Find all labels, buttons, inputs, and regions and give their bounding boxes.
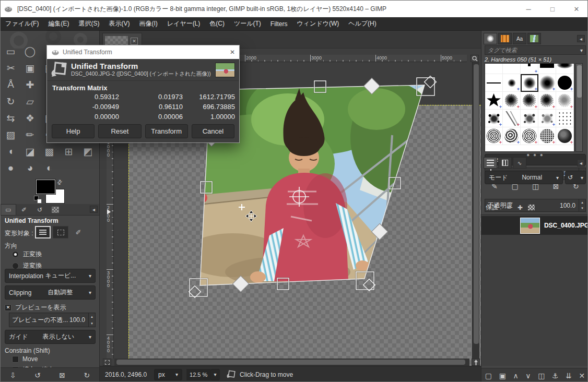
brush-grid-scrollbar[interactable] (575, 63, 583, 152)
preview-opacity-spinner[interactable]: プレビューの不透... 100.0 ▴▾ (9, 313, 96, 327)
swap-colors-icon[interactable]: ⇄ (55, 177, 64, 186)
tab-layers[interactable] (484, 157, 497, 169)
lower-layer-button[interactable]: ∨ (525, 372, 531, 380)
maximize-button[interactable]: □ (540, 1, 565, 17)
menu-filters[interactable]: Filters (266, 17, 292, 31)
brush-swatch[interactable] (485, 92, 503, 110)
tool-mypaint-brush[interactable]: ◪ (20, 143, 40, 160)
brush-swatch[interactable] (556, 127, 574, 145)
spinner-steppers[interactable]: ▴▾ (579, 199, 585, 211)
raise-layer-button[interactable]: ∧ (513, 372, 518, 380)
direction-normal-label[interactable]: 正変換 (23, 250, 42, 259)
target-selection-button[interactable] (53, 226, 68, 238)
tool-flip[interactable]: ⇆ (1, 110, 20, 126)
brush-swatch[interactable] (556, 74, 574, 92)
zoom-field[interactable]: 12.5 % (186, 369, 210, 380)
horizontal-scrollbar-thumb[interactable] (116, 360, 465, 365)
menu-file[interactable]: ファイル(F) (1, 17, 43, 31)
brush-swatch[interactable] (503, 110, 521, 127)
menu-image[interactable]: 画像(I) (134, 17, 162, 31)
delete-tool-preset-button[interactable]: ⊠ (59, 371, 65, 379)
direction-normal-radio[interactable] (12, 251, 19, 258)
merge-down-button[interactable]: ⇊ (566, 372, 572, 380)
layer-row[interactable]: DSC_0400.JPG (481, 216, 588, 235)
new-layer-group-button[interactable]: ▣ (499, 372, 506, 380)
layer-mode-dropdown[interactable]: モード Normal ▾ (485, 171, 563, 184)
brush-swatch[interactable] (556, 110, 574, 127)
menu-windows[interactable]: ウィンドウ(W) (292, 17, 344, 31)
brush-swatch[interactable] (538, 63, 556, 74)
quick-mask-toggle[interactable] (103, 359, 111, 366)
tool-scissors-select[interactable]: ✂ (1, 59, 20, 76)
zoom-fit-button[interactable] (471, 55, 479, 62)
brush-swatch[interactable] (521, 92, 538, 110)
vertical-scrollbar-thumb[interactable] (474, 64, 479, 344)
delete-layer-button[interactable]: ✕ (579, 372, 585, 380)
unit-dropdown[interactable]: px ▾ (154, 369, 182, 380)
constrain-move-checkbox[interactable] (12, 356, 19, 363)
collapse-dock-icon[interactable]: ◂ (577, 35, 585, 42)
save-tool-preset-button[interactable]: ⇩ (10, 371, 16, 379)
restore-tool-preset-button[interactable]: ↺ (34, 371, 41, 379)
step-down-icon[interactable]: ▾ (89, 320, 95, 327)
menu-select[interactable]: 選択(S) (74, 17, 104, 31)
collapse-dock-icon[interactable]: ◂ (577, 159, 585, 166)
tool-measure[interactable]: Å (1, 76, 20, 93)
tool-clone[interactable]: ▩ (40, 143, 59, 160)
tab-channels[interactable] (498, 157, 512, 169)
brush-swatch[interactable] (503, 92, 521, 110)
menu-tools[interactable]: ツール(T) (229, 17, 266, 31)
target-path-button[interactable]: ✐ (70, 226, 86, 238)
interpolation-dropdown[interactable]: Interpolation キュービ... ▾ (5, 269, 96, 283)
tab-gradients[interactable] (527, 33, 541, 44)
menu-help[interactable]: ヘルプ(H) (344, 17, 381, 31)
menu-edit[interactable]: 編集(E) (43, 17, 74, 31)
tab-device-status[interactable]: ✐ (16, 204, 32, 215)
brush-swatch[interactable] (521, 110, 538, 127)
tool-move[interactable]: ✚ (20, 76, 40, 93)
step-up-icon[interactable]: ▴ (89, 313, 95, 320)
menu-view[interactable]: 表示(V) (104, 17, 134, 31)
menu-layer[interactable]: レイヤー(L) (162, 17, 205, 31)
brush-search-input[interactable]: タグで検索 ▾ (485, 45, 586, 55)
brush-swatch[interactable] (538, 74, 556, 92)
brush-scrollbar-thumb[interactable] (577, 65, 582, 98)
reset-button[interactable]: Reset (98, 124, 141, 138)
tool-rotate[interactable]: ↻ (1, 93, 20, 110)
tool-heal[interactable]: ⊞ (59, 143, 78, 160)
collapse-dock-icon[interactable]: ◂ (90, 206, 98, 213)
close-button[interactable]: ✕ (565, 1, 588, 17)
canvas-layer-boundary[interactable] (128, 105, 481, 377)
tool-ellipse-select[interactable]: ◯ (20, 43, 40, 59)
cancel-button[interactable]: Cancel (192, 124, 234, 138)
tool-handle-transform[interactable]: ❖ (20, 110, 40, 126)
tool-rectangle-select[interactable]: ▭ (1, 43, 20, 59)
tool-gradient[interactable]: ▨ (1, 126, 20, 143)
spinner-steppers[interactable]: ▴▾ (88, 313, 95, 327)
constrain-move-label[interactable]: Move (22, 355, 38, 363)
title-bar[interactable]: [DSC_0400] (インポートされた画像)-1.0 (RGBカラー 8-bi… (1, 1, 588, 17)
duplicate-layer-button[interactable]: ◫ (538, 372, 545, 380)
tab-undo-history[interactable]: ↺ (32, 204, 48, 215)
vertical-scrollbar[interactable] (472, 62, 479, 359)
default-colors-icon[interactable] (34, 196, 42, 204)
tab-fonts[interactable]: Aa (513, 33, 526, 44)
layer-name[interactable]: DSC_0400.JPG (544, 222, 588, 229)
navigation-button[interactable] (472, 359, 480, 366)
step-up-icon[interactable]: ▴ (579, 199, 585, 206)
layer-mode-switch-button[interactable]: ↺ ▾ (565, 171, 586, 184)
dialog-title-bar[interactable]: Unified Transform ✕ (47, 45, 239, 59)
tool-shear[interactable]: ▱ (20, 93, 40, 110)
tab-tool-options[interactable]: ▭ (1, 204, 16, 215)
dialog-close-icon[interactable]: ✕ (230, 49, 235, 56)
tool-ink[interactable]: ◖ (1, 143, 20, 160)
brush-swatch[interactable] (521, 127, 538, 145)
reset-tool-options-button[interactable]: ↻ (84, 371, 90, 379)
horizontal-scrollbar[interactable] (114, 359, 469, 366)
layers-list[interactable]: DSC_0400.JPG (481, 214, 588, 366)
tool-perspective-clone[interactable]: ◩ (78, 143, 98, 160)
step-down-icon[interactable]: ▾ (579, 206, 585, 212)
zoom-dropdown[interactable]: ▾ (210, 369, 220, 380)
target-layer-button[interactable] (35, 226, 51, 238)
brush-swatch[interactable] (556, 63, 574, 74)
